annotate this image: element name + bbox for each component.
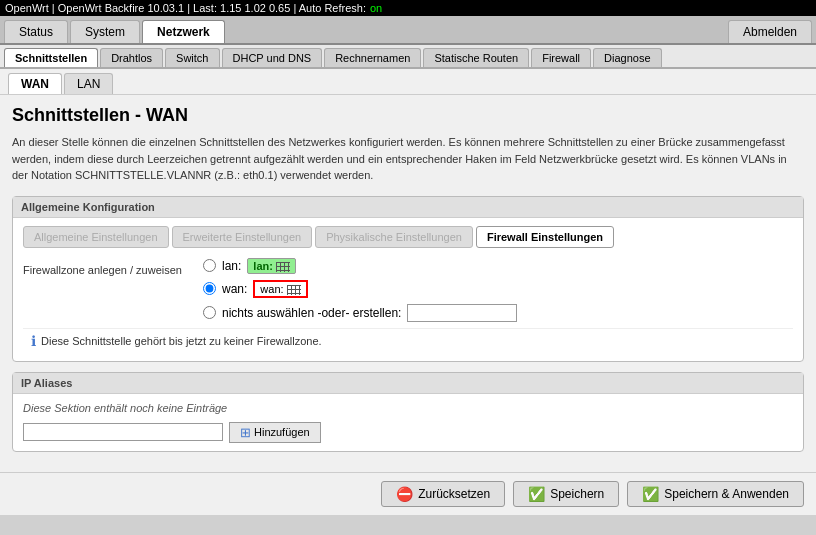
config-tabs: Allgemeine Einstellungen Erweiterte Eins… xyxy=(23,226,793,248)
main-tab-status[interactable]: Status xyxy=(4,20,68,43)
ip-add-button[interactable]: ⊞ Hinzufügen xyxy=(229,422,321,443)
content: Schnittstellen - WAN An dieser Stelle kö… xyxy=(0,95,816,472)
firewall-radio-lan[interactable] xyxy=(203,259,216,272)
section-tab-lan[interactable]: LAN xyxy=(64,73,113,94)
firewall-wan-badge: wan: xyxy=(253,280,307,298)
allgemeine-konfiguration-legend: Allgemeine Konfiguration xyxy=(13,197,803,218)
page-title: Schnittstellen - WAN xyxy=(12,105,804,126)
ip-aliases-fieldset: IP Aliases Diese Sektion enthält noch ke… xyxy=(12,372,804,452)
firewall-options: lan: lan: wan: wan: xyxy=(203,258,793,322)
titlebar: OpenWrt | OpenWrt Backfire 10.03.1 | Las… xyxy=(0,0,816,16)
save-apply-button-label: Speichern & Anwenden xyxy=(664,487,789,501)
firewall-info-row: ℹ Diese Schnittstelle gehört bis jetzt z… xyxy=(23,328,793,353)
allgemeine-konfiguration-fieldset: Allgemeine Konfiguration Allgemeine Eins… xyxy=(12,196,804,362)
save-apply-icon: ✅ xyxy=(642,486,659,502)
ip-aliases-content: Diese Sektion enthält noch keine Einträg… xyxy=(13,394,803,451)
ip-add-input[interactable] xyxy=(23,423,223,441)
sub-tab-rechnernamen[interactable]: Rechnernamen xyxy=(324,48,421,67)
refresh-status: on xyxy=(370,2,382,14)
firewall-option-lan: lan: lan: xyxy=(203,258,793,274)
firewall-none-label: nichts auswählen -oder- erstellen: xyxy=(222,306,401,320)
sub-tab-statische-routen[interactable]: Statische Routen xyxy=(423,48,529,67)
section-tabs: WAN LAN xyxy=(0,69,816,95)
reset-icon: ⛔ xyxy=(396,486,413,502)
section-tab-wan[interactable]: WAN xyxy=(8,73,62,94)
sub-tab-dhcp[interactable]: DHCP und DNS xyxy=(222,48,323,67)
sub-tab-firewall[interactable]: Firewall xyxy=(531,48,591,67)
titlebar-text: OpenWrt | OpenWrt Backfire 10.03.1 | Las… xyxy=(5,2,366,14)
config-tab-erweiterte[interactable]: Erweiterte Einstellungen xyxy=(172,226,313,248)
ip-add-row: ⊞ Hinzufügen xyxy=(23,422,793,443)
save-button[interactable]: ✅ Speichern xyxy=(513,481,619,507)
sub-tab-switch[interactable]: Switch xyxy=(165,48,219,67)
firewall-field-label: Firewallzone anlegen / zuweisen xyxy=(23,258,183,276)
bottom-bar: ⛔ Zurücksetzen ✅ Speichern ✅ Speichern &… xyxy=(0,472,816,515)
save-apply-button[interactable]: ✅ Speichern & Anwenden xyxy=(627,481,804,507)
firewall-info-text: Diese Schnittstelle gehört bis jetzt zu … xyxy=(41,335,322,347)
firewall-radio-none[interactable] xyxy=(203,306,216,319)
ip-add-button-label: Hinzufügen xyxy=(254,426,310,438)
add-icon: ⊞ xyxy=(240,425,251,440)
firewall-option-wan: wan: wan: xyxy=(203,280,793,298)
sub-tab-schnittstellen[interactable]: Schnittstellen xyxy=(4,48,98,67)
firewall-radio-wan[interactable] xyxy=(203,282,216,295)
ip-aliases-empty-text: Diese Sektion enthält noch keine Einträg… xyxy=(23,402,793,414)
firewall-create-input[interactable] xyxy=(407,304,517,322)
firewall-wan-label: wan: xyxy=(222,282,247,296)
firewall-lan-label: lan: xyxy=(222,259,241,273)
config-tab-firewall-einst[interactable]: Firewall Einstellungen xyxy=(476,226,614,248)
config-tab-allgemeine[interactable]: Allgemeine Einstellungen xyxy=(23,226,169,248)
main-tab-abmelden[interactable]: Abmelden xyxy=(728,20,812,43)
firewall-settings-row: Firewallzone anlegen / zuweisen lan: lan… xyxy=(23,258,793,322)
sub-tab-diagnose[interactable]: Diagnose xyxy=(593,48,661,67)
reset-button-label: Zurücksetzen xyxy=(418,487,490,501)
save-button-label: Speichern xyxy=(550,487,604,501)
main-tab-system[interactable]: System xyxy=(70,20,140,43)
ip-aliases-legend: IP Aliases xyxy=(13,373,803,394)
page-description: An dieser Stelle können die einzelnen Sc… xyxy=(12,134,804,184)
info-icon: ℹ xyxy=(31,333,36,349)
sub-nav: Schnittstellen Drahtlos Switch DHCP und … xyxy=(0,45,816,69)
main-nav: Status System Netzwerk Abmelden xyxy=(0,16,816,45)
save-icon: ✅ xyxy=(528,486,545,502)
main-tab-netzwerk[interactable]: Netzwerk xyxy=(142,20,225,43)
config-tab-physikalische[interactable]: Physikalische Einstellungen xyxy=(315,226,473,248)
firewall-option-none: nichts auswählen -oder- erstellen: xyxy=(203,304,793,322)
allgemeine-konfiguration-content: Allgemeine Einstellungen Erweiterte Eins… xyxy=(13,218,803,361)
reset-button[interactable]: ⛔ Zurücksetzen xyxy=(381,481,505,507)
sub-tab-drahtlos[interactable]: Drahtlos xyxy=(100,48,163,67)
firewall-lan-badge: lan: xyxy=(247,258,296,274)
